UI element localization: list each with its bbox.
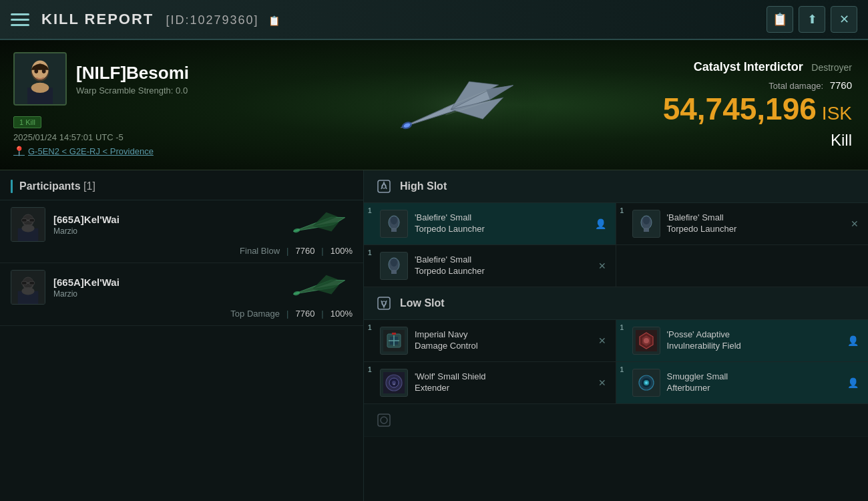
right-panel: High Slot 1 'Balefire' Small Torpedo Lau (364, 170, 868, 501)
participants-header: Participants [1] (0, 170, 363, 200)
main-body: Participants [1] (0, 170, 868, 501)
item-cell[interactable]: 1 + 'Wolf' Small Shield Extender ✕ (364, 362, 616, 404)
svg-rect-39 (644, 228, 649, 232)
svg-point-19 (21, 224, 34, 232)
copy-icon[interactable]: 📋 (268, 15, 281, 26)
participant-item: [665A]Kel'Wai Marzio Final Blow (0, 200, 363, 263)
close-button[interactable]: ✕ (831, 6, 857, 33)
share-button[interactable]: ⬆ (799, 6, 825, 33)
svg-rect-43 (391, 270, 397, 274)
ship-name-row: Catalyst Interdictor Destroyer (694, 60, 852, 74)
item-cell[interactable]: 1 Smuggler Small Afterburner 👤 (616, 362, 869, 404)
damage-label: Total damage: 7760 (769, 79, 852, 91)
item-icon: + (380, 369, 408, 397)
svg-point-42 (391, 259, 397, 267)
low-slot-header: Low Slot (364, 287, 868, 320)
low-slot-grid: 1 Imperial Navy Damage Control (364, 320, 868, 404)
item-close-icon[interactable]: ✕ (851, 218, 859, 229)
item-cell[interactable]: 1 Imperial Navy Damage Control (364, 320, 616, 362)
svg-rect-64 (378, 414, 390, 426)
svg-text:+: + (393, 381, 396, 387)
item-cell[interactable]: 1 'Balefire' Small Torpedo Launcher 👤 (364, 203, 616, 245)
ship-area (280, 40, 647, 170)
hero-left: [NILF]Besomi Warp Scramble Strength: 0.0… (0, 40, 280, 170)
svg-rect-24 (21, 281, 27, 285)
participant-ship-icon (286, 274, 353, 301)
kill-badge: 1 Kill (13, 116, 41, 128)
item-close-icon[interactable]: ✕ (598, 261, 606, 271)
high-slot-section: High Slot 1 'Balefire' Small Torpedo Lau (364, 170, 868, 287)
header-title: KILL REPORT [ID:10279360] 📋 (41, 11, 281, 28)
item-icon (632, 369, 660, 397)
participant-item: [665A]Kel'Wai Marzio Top Damage (0, 263, 363, 326)
high-slot-icon (375, 177, 393, 196)
isk-row: 54,745,196 ISK (663, 94, 852, 124)
svg-rect-35 (391, 228, 397, 232)
pilot-row: [NILF]Besomi Warp Scramble Strength: 0.0 (13, 52, 267, 106)
low-slot-title: Low Slot (400, 297, 445, 309)
high-slot-title: High Slot (400, 180, 447, 192)
location-pin-icon: 📍 (13, 146, 25, 156)
participant-avatar (11, 207, 45, 242)
pilot-info: [NILF]Besomi Warp Scramble Strength: 0.0 (76, 63, 189, 96)
participant-stats: Top Damage | 7760 | 100% (11, 309, 353, 319)
high-slot-grid: 1 'Balefire' Small Torpedo Launcher 👤 (364, 203, 868, 287)
participant-info: [665A]Kel'Wai Marzio (53, 214, 278, 236)
kill-result: Kill (831, 131, 852, 150)
svg-rect-16 (29, 218, 35, 222)
partial-slot-header (364, 404, 868, 437)
mid-slot-icon (375, 411, 393, 430)
warp-scramble: Warp Scramble Strength: 0.0 (76, 86, 189, 96)
item-close-icon[interactable]: ✕ (598, 377, 606, 388)
menu-icon[interactable] (11, 13, 29, 26)
svg-point-29 (293, 291, 300, 296)
participant-info: [665A]Kel'Wai Marzio (53, 277, 278, 299)
svg-rect-25 (29, 281, 35, 285)
item-cell-empty (616, 245, 869, 287)
item-cell[interactable]: 1 'Posse' Adaptive Invulnerability Field… (616, 320, 869, 362)
svg-point-34 (391, 216, 397, 224)
svg-point-63 (645, 381, 648, 384)
participant-row: [665A]Kel'Wai Marzio (11, 207, 353, 242)
datetime: 2025/01/24 14:57:01 UTC -5 (13, 132, 267, 142)
participants-title: Participants [1] (19, 180, 95, 192)
person-icon: 👤 (847, 335, 859, 346)
svg-point-4 (31, 83, 49, 93)
svg-point-6 (42, 69, 46, 73)
section-bar (11, 180, 13, 193)
participant-stats: Final Blow | 7760 | 100% (11, 246, 353, 256)
item-cell[interactable]: 1 'Balefire' Small Torpedo Launcher ✕ (616, 203, 869, 245)
left-panel: Participants [1] (0, 170, 364, 501)
header-actions: 📋 ⬆ ✕ (767, 6, 857, 33)
item-icon (632, 327, 660, 355)
item-cell[interactable]: 1 'Balefire' Small Torpedo Launcher ✕ (364, 245, 616, 287)
copy-button[interactable]: 📋 (767, 6, 793, 33)
participant-row: [665A]Kel'Wai Marzio (11, 270, 353, 305)
svg-point-28 (21, 287, 34, 295)
participant-ship-icon (286, 211, 353, 238)
item-icon (380, 252, 408, 280)
svg-point-5 (34, 69, 38, 73)
person-icon: 👤 (595, 218, 606, 229)
location[interactable]: 📍 G-5EN2 < G2E-RJ < Providence (13, 146, 267, 156)
high-slot-header: High Slot (364, 170, 868, 203)
item-icon (380, 327, 408, 355)
svg-point-20 (293, 228, 300, 233)
svg-point-53 (644, 338, 649, 343)
svg-point-38 (643, 216, 650, 224)
ship-visual (357, 65, 570, 145)
svg-rect-51 (392, 333, 396, 335)
item-icon (380, 210, 408, 238)
pilot-name: [NILF]Besomi (76, 63, 189, 84)
hero-section: [NILF]Besomi Warp Scramble Strength: 0.0… (0, 40, 868, 170)
header: KILL REPORT [ID:10279360] 📋 📋 ⬆ ✕ (0, 0, 868, 40)
person-icon: 👤 (847, 377, 859, 388)
low-slot-icon (375, 294, 393, 313)
svg-point-65 (381, 417, 387, 424)
item-icon (632, 210, 660, 238)
avatar (13, 52, 67, 106)
svg-rect-15 (21, 218, 27, 222)
participant-avatar (11, 270, 45, 305)
low-slot-section: Low Slot 1 (364, 287, 868, 404)
item-close-icon[interactable]: ✕ (598, 335, 606, 346)
